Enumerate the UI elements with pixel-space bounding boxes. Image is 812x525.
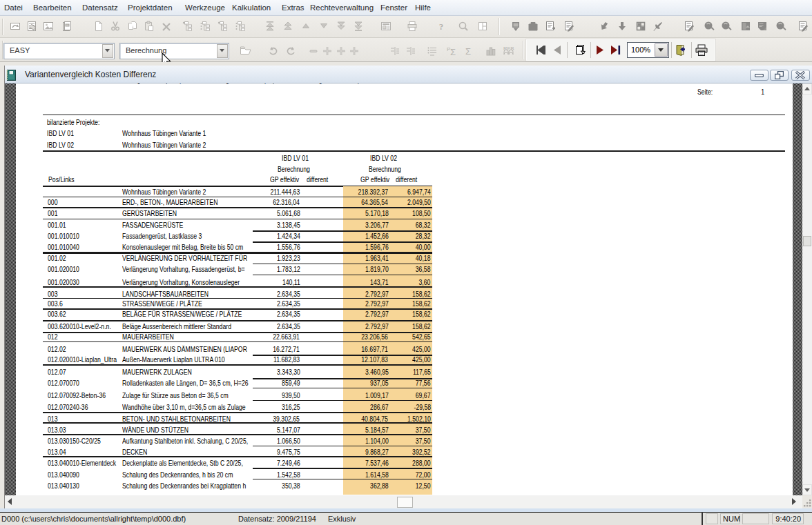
svg-text:Σ: Σ: [465, 46, 471, 57]
svg-text:?: ?: [439, 21, 444, 32]
svg-text:Σ: Σ: [450, 47, 456, 57]
